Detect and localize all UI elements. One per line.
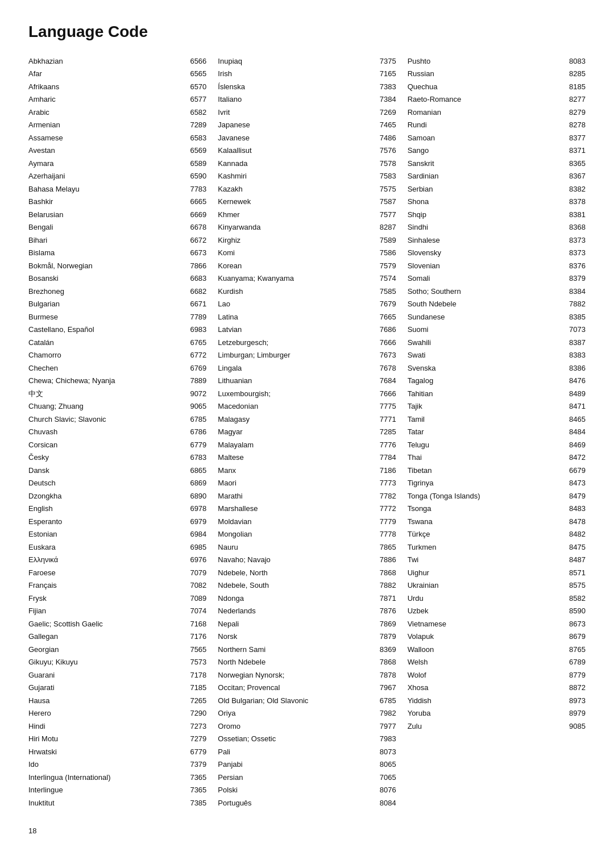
language-name: Bokmål, Norwegian (28, 260, 190, 272)
language-code: 6583 (190, 132, 206, 144)
table-row: Bokmål, Norwegian7866 (28, 259, 206, 272)
language-name: Luxembourgish; (218, 388, 379, 400)
language-name: Georgian (28, 644, 190, 655)
language-name: Oromo (218, 721, 379, 732)
table-row: Aymara6589 (28, 157, 206, 170)
table-row: Hiri Motu7279 (28, 733, 206, 746)
language-code: 8373 (569, 247, 586, 259)
language-name: Kirghiz (218, 235, 379, 246)
table-row: Yiddish8973 (408, 694, 586, 707)
language-name: Kernewek (218, 196, 379, 207)
language-code: 7273 (190, 721, 206, 732)
table-row: Malayalam7776 (218, 438, 396, 451)
table-row: Hindi7273 (28, 720, 206, 733)
language-code: 8285 (569, 68, 586, 80)
language-name: Aymara (28, 158, 190, 169)
table-row: Chamorro6772 (28, 349, 206, 362)
language-name: Herero (28, 708, 190, 719)
table-row: Chuang; Zhuang9065 (28, 400, 206, 413)
table-row: Marshallese7772 (218, 502, 396, 516)
language-code: 7178 (190, 670, 206, 681)
table-row: Tsonga8483 (408, 502, 586, 516)
table-row: Japanese7465 (218, 119, 396, 132)
language-name: Malagasy (218, 414, 379, 425)
table-row: Lingala7678 (218, 362, 396, 375)
table-row: Inuktitut7385 (28, 796, 206, 809)
language-code: 6785 (190, 414, 206, 425)
language-name: Swahili (408, 337, 569, 348)
language-code: 6671 (190, 298, 206, 310)
language-code: 6577 (190, 94, 206, 105)
language-code: 7285 (380, 426, 396, 438)
language-code: 7279 (190, 733, 206, 745)
language-code: 7365 (190, 772, 206, 783)
language-code: 7869 (380, 618, 396, 630)
language-code: 8575 (569, 580, 586, 591)
table-row: Georgian7565 (28, 643, 206, 656)
table-row: Kurdish7585 (218, 285, 396, 298)
language-name: Italiano (218, 94, 379, 105)
language-name: Abkhazian (28, 56, 190, 67)
language-name: Rundi (408, 119, 569, 131)
language-name: Avestan (28, 145, 190, 156)
language-code: 7782 (380, 491, 396, 502)
table-row: Faroese7079 (28, 566, 206, 579)
language-code: 7784 (380, 452, 396, 463)
language-name: Tonga (Tonga Islands) (408, 491, 569, 502)
language-name: Gujarati (28, 682, 190, 693)
table-row: Thai8472 (408, 451, 586, 464)
language-code: 8385 (569, 312, 586, 323)
language-code: 7577 (380, 209, 396, 221)
language-name: Ivrit (218, 107, 379, 118)
table-row: Ukrainian8575 (408, 579, 586, 592)
table-row: Russian8285 (408, 68, 586, 81)
language-name: Japanese (218, 119, 379, 131)
language-name: Mongolian (218, 529, 379, 540)
language-name: Catalán (28, 337, 190, 348)
language-name: Sango (408, 145, 569, 156)
language-name: Bislama (28, 247, 190, 259)
language-name: Magyar (218, 426, 379, 438)
table-row: Brezhoneg6682 (28, 285, 206, 298)
language-code: 7385 (190, 798, 206, 809)
language-name: Pali (218, 746, 379, 758)
table-row: Kazakh7575 (218, 182, 396, 196)
language-code: 6865 (190, 465, 206, 476)
table-row: Zulu9085 (408, 720, 586, 733)
language-name: Twi (408, 554, 569, 566)
table-row: Hausa7265 (28, 694, 206, 707)
language-code: 6672 (190, 235, 206, 246)
language-code: 7771 (380, 414, 396, 425)
table-row: Interlingua (International)7365 (28, 771, 206, 784)
table-row: Ossetian; Ossetic7983 (218, 733, 396, 746)
language-name: Volapuk (408, 631, 569, 642)
language-name: Afrikaans (28, 81, 190, 93)
table-row: Malagasy7771 (218, 413, 396, 426)
table-row: Khmer7577 (218, 208, 396, 221)
language-code: 6985 (190, 542, 206, 553)
language-code: 7778 (380, 529, 396, 540)
language-code: 7089 (190, 593, 206, 604)
language-name: Svenska (408, 363, 569, 374)
table-row: Gaelic; Scottish Gaelic7168 (28, 617, 206, 630)
language-name: Estonian (28, 529, 190, 540)
table-row: Komi7586 (218, 247, 396, 260)
language-name: Romanian (408, 107, 569, 118)
language-code: 6984 (190, 529, 206, 540)
table-row: Burmese7789 (28, 310, 206, 323)
table-row: Manx7186 (218, 464, 396, 477)
language-name: Vietnamese (408, 618, 569, 630)
table-row: Kashmiri7583 (218, 170, 396, 183)
language-name: Lingala (218, 363, 379, 374)
table-row: Quechua8185 (408, 80, 586, 93)
language-code: 7176 (190, 631, 206, 642)
language-name: Kashmiri (218, 171, 379, 182)
language-code: 8377 (569, 132, 586, 144)
language-code: 8083 (569, 56, 586, 67)
table-row: Tonga (Tonga Islands)8479 (408, 489, 586, 502)
table-row: North Ndebele7868 (218, 656, 396, 669)
language-code: 7082 (190, 580, 206, 591)
language-code: 8482 (569, 529, 586, 540)
table-row: Gallegan7176 (28, 630, 206, 643)
language-name: Yiddish (408, 695, 569, 707)
